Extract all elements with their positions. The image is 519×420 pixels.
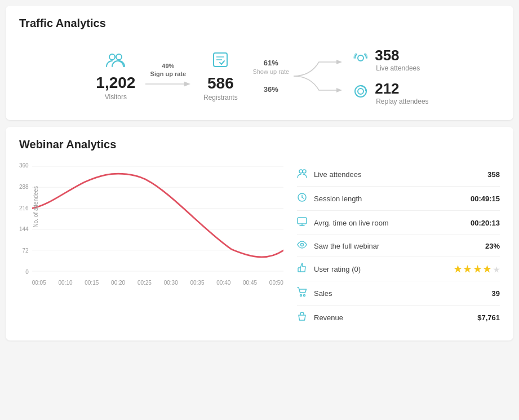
chart-inner: No. of attendees (32, 162, 283, 286)
live-number-label: 358 Live attendees (375, 47, 420, 72)
stat-session-length: Session length 00:49:15 (297, 187, 500, 211)
live-attendees-stat-icon (297, 168, 312, 180)
x-tick-6: 00:30 (164, 280, 178, 286)
svg-point-11 (358, 89, 363, 94)
registrants-metric: 586 Registrants (195, 51, 246, 101)
x-tick-10: 00:50 (269, 280, 283, 286)
showup-split: 61% Show up rate 36% (248, 54, 344, 99)
chart-area: 360 288 216 144 72 0 No. of attendees (19, 162, 283, 329)
x-tick-9: 00:45 (243, 280, 257, 286)
stat-sales: Sales 39 (297, 281, 500, 306)
eye-stat-icon (297, 241, 312, 251)
y-tick-144: 144 (19, 226, 29, 232)
arrow-right-1 (145, 78, 190, 90)
svg-marker-8 (336, 88, 342, 92)
svg-point-19 (299, 170, 303, 173)
stat-avg-time: Avrg. time on live room 00:20:13 (297, 211, 500, 235)
stat-live-attendees: Live attendees 358 (297, 162, 500, 187)
stat-rating-stars: ★ ★ ★ ★ ★ (454, 264, 500, 275)
replay-label: Replay attendees (376, 98, 428, 105)
x-tick-2: 00:10 (58, 280, 72, 286)
x-tick-4: 00:20 (111, 280, 125, 286)
stat-full-name: Saw the full webinar (314, 242, 485, 250)
x-tick-5: 00:25 (137, 280, 152, 286)
svg-point-32 (304, 295, 305, 297)
webinar-title: Webinar Analytics (19, 138, 500, 151)
showup-upper-pct: 61% (264, 59, 278, 67)
registrants-number: 586 (207, 76, 234, 91)
stat-sales-value: 39 (492, 289, 500, 298)
svg-rect-24 (298, 218, 307, 224)
y-tick-216: 216 (19, 205, 29, 211)
bag-stat-icon (297, 311, 312, 324)
signup-pct: 49% (162, 63, 174, 69)
y-axis-labels: 360 288 216 144 72 0 (19, 162, 32, 275)
replay-number-label: 212 Replay attendees (375, 80, 428, 105)
stat-avg-value: 00:20:13 (471, 219, 500, 227)
registrants-icon (212, 51, 229, 72)
live-attendees-icon (352, 50, 369, 69)
svg-point-20 (303, 170, 306, 173)
stat-session-value: 00:49:15 (471, 194, 500, 203)
y-tick-288: 288 (19, 184, 29, 190)
visitors-number: 1,202 (96, 75, 135, 91)
stat-full-webinar: Saw the full webinar 23% (297, 235, 500, 257)
star-5: ★ (493, 266, 500, 274)
stat-live-value: 358 (487, 170, 500, 179)
y-tick-360: 360 (19, 162, 29, 169)
stat-rating-name: User rating (0) (314, 265, 454, 273)
chart-with-axis: 360 288 216 144 72 0 No. of attendees (19, 162, 283, 286)
stat-revenue-name: Revenue (314, 313, 477, 322)
y-axis-title: No. of attendees (33, 186, 39, 227)
svg-point-1 (116, 54, 122, 60)
svg-point-9 (358, 55, 363, 61)
clock-stat-icon (297, 192, 312, 205)
y-tick-72: 72 (23, 247, 29, 254)
stat-full-value: 23% (485, 242, 500, 250)
replay-number: 212 (375, 80, 399, 97)
x-tick-1: 00:05 (32, 280, 46, 286)
x-tick-7: 00:35 (190, 280, 204, 286)
x-tick-3: 00:15 (85, 280, 99, 286)
svg-marker-3 (184, 81, 190, 86)
stat-user-rating: User rating (0) ★ ★ ★ ★ ★ (297, 257, 500, 281)
showup-center: 61% Show up rate 36% (252, 59, 289, 94)
chart-svg (32, 162, 283, 275)
stat-avg-name: Avrg. time on live room (314, 219, 471, 227)
visitors-label: Visitors (105, 93, 127, 101)
showup-lower-pct: 36% (264, 85, 278, 94)
visitors-icon (105, 52, 126, 72)
live-number: 358 (375, 47, 399, 64)
svg-marker-7 (336, 60, 342, 64)
replay-icon (352, 83, 369, 103)
star-3: ★ (473, 264, 481, 274)
stat-live-name: Live attendees (314, 170, 487, 179)
signup-arrow: 49% Sign up rate (145, 63, 190, 90)
screen-stat-icon (297, 216, 312, 229)
stats-panel: Live attendees 358 Session length 00:49:… (297, 162, 500, 329)
star-1: ★ (454, 264, 462, 274)
star-4: ★ (483, 264, 491, 274)
traffic-analytics-card: Traffic Analytics 1,202 Visitors 49% Sig… (6, 6, 513, 120)
fork-arrows (294, 54, 344, 99)
webinar-analytics-card: Webinar Analytics 360 288 216 144 72 0 N… (6, 127, 513, 341)
traffic-flow: 1,202 Visitors 49% Sign up rate (19, 41, 500, 109)
live-label: Live attendees (376, 64, 420, 72)
star-2: ★ (463, 264, 471, 274)
stat-revenue: Revenue $7,761 (297, 306, 500, 329)
y-tick-0: 0 (25, 269, 29, 275)
registrants-label: Registrants (203, 94, 238, 101)
replay-metric: 212 Replay attendees (352, 80, 428, 105)
stat-revenue-value: $7,761 (477, 313, 500, 322)
svg-point-31 (300, 295, 302, 297)
live-metric: 358 Live attendees (352, 47, 428, 72)
showup-label: Show up rate (252, 68, 289, 75)
stat-session-name: Session length (314, 194, 471, 203)
x-tick-8: 00:40 (216, 280, 230, 286)
svg-line-23 (302, 197, 304, 198)
traffic-title: Traffic Analytics (19, 17, 500, 30)
stat-sales-name: Sales (314, 289, 492, 298)
svg-point-0 (109, 54, 115, 60)
right-metrics: 358 Live attendees 212 Replay attendees (352, 47, 428, 105)
webinar-layout: 360 288 216 144 72 0 No. of attendees (19, 162, 500, 329)
